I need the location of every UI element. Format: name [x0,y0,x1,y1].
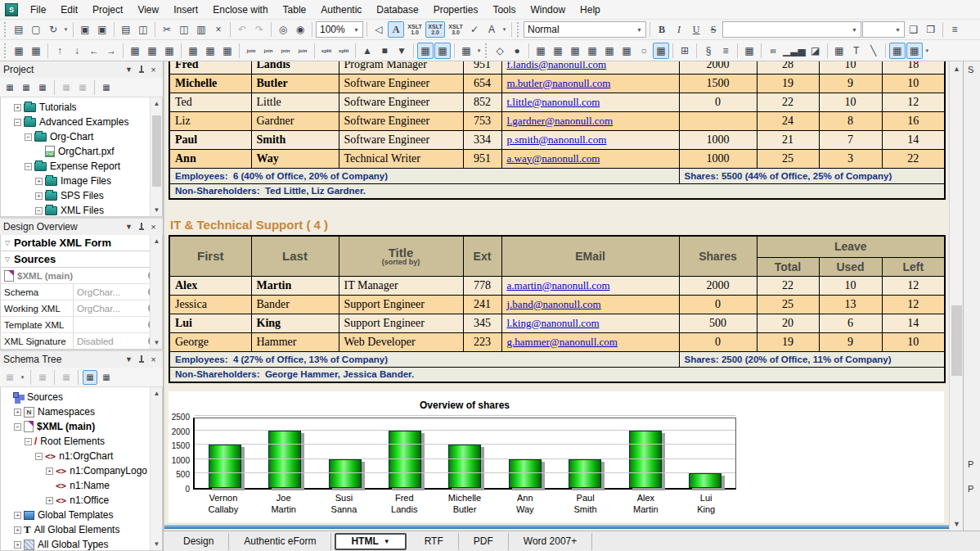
email-link[interactable]: l.king@nanonull.com [507,317,600,329]
align-left-icon[interactable]: ≡ [946,21,963,38]
add-element-chevron-icon[interactable]: ▾ [19,369,26,386]
markup-hide-icon[interactable]: ▦ [889,43,906,59]
collapse-icon[interactable]: − [14,119,21,126]
scroll-up-icon[interactable]: ▲ [151,97,163,110]
project-tree-item[interactable]: −Advanced Examples [3,115,162,129]
triangle-collapse-icon[interactable]: ▽ [1,255,14,263]
add-element-dropdown-icon[interactable]: ▦ [2,370,17,385]
menu-item-insert[interactable]: Insert [166,1,205,19]
schema-tree-item[interactable]: +<>n1:Office [3,493,162,508]
table-toolbar-chevron-icon[interactable]: ▾ [475,43,483,59]
view-tab-rtf[interactable]: RTF [410,533,459,550]
close-icon[interactable]: × [147,354,160,365]
toolbar-grip[interactable] [4,43,8,58]
toolbar-grip[interactable] [517,22,521,37]
schema-tree-item[interactable]: <>n1:Name [3,478,162,493]
insert-row-below-icon[interactable]: ↓ [69,43,85,59]
merge-cells-icon[interactable]: ▦ [219,43,236,59]
close-icon[interactable]: × [147,221,160,233]
barcode-icon[interactable]: |||| [765,43,781,59]
table-properties-icon[interactable]: ▦ [28,43,44,59]
paragraph-symbol-icon[interactable]: § [700,43,717,59]
collapse-icon[interactable]: − [25,438,32,445]
bullet-list-icon[interactable]: ≡ [717,43,734,59]
zoom-combobox[interactable]: 100%▼ [316,21,363,38]
scroll-down-icon[interactable]: ▼ [151,336,163,349]
paragraph-style-combobox[interactable]: Normal▼ [524,21,646,38]
section-header-portable-xml-form[interactable]: ▽Portable XML Form [1,235,162,251]
section-header-sources[interactable]: ▽Sources [1,251,162,268]
user-db-icon[interactable]: ● [509,43,525,59]
split-horizontal-icon[interactable]: split [318,43,335,59]
print-preview-icon[interactable]: ◫ [135,21,151,38]
schema-tree-scrollbar[interactable]: ▲ ▼ [150,387,162,550]
find-next-icon[interactable]: ◉ [292,21,308,38]
toolbar-grip[interactable] [4,22,8,37]
xslt-3.0-button[interactable]: XSLT3.0 [446,21,465,38]
multiline-field-icon[interactable]: ▦ [584,43,600,59]
save-all-icon[interactable]: ▣ [94,21,110,38]
split-into-rows-icon[interactable]: ▦ [185,43,201,59]
schema-tree-item[interactable]: −<>n1:OrgChart [3,449,162,463]
new-design-chevron-icon[interactable]: ▾ [62,21,70,38]
scroll-down-icon[interactable]: ▼ [151,204,163,216]
send-backward-icon[interactable]: ❒ [923,21,939,38]
insert-chart-icon[interactable]: ▁▃▅ [782,43,807,59]
schema-tree-item[interactable]: Sources [3,390,162,404]
pin-icon[interactable] [135,221,147,233]
insert-table-icon[interactable]: ▦ [11,43,27,59]
authentic-view-icon[interactable]: A [388,21,404,38]
expand-icon[interactable]: + [14,541,21,549]
project-tree-item[interactable]: +SPS Files [3,188,162,203]
expand-icon[interactable]: + [14,526,21,534]
text-box-icon[interactable]: T [848,43,865,59]
menu-item-edit[interactable]: Edit [53,1,85,19]
schema-tree-item[interactable]: +<>n1:CompanyLogo [3,463,162,478]
print-icon[interactable]: ▤ [118,21,134,38]
highlight-chevron-icon[interactable]: ▾ [501,21,508,38]
align-cell-top-icon[interactable]: ▲ [359,43,375,59]
project-add-dropdown-icon[interactable]: ▦ [59,80,74,95]
email-link[interactable]: l.gardner@nanonull.com [507,115,614,127]
menu-item-window[interactable]: Window [523,1,573,19]
source-row[interactable]: Working XMLOrgChar...▼ [1,300,162,317]
underline-icon[interactable]: U [688,21,704,38]
project-tree-item[interactable]: PXFOrgChart.pxf [3,144,162,159]
scroll-up-icon[interactable]: ▲ [151,387,163,400]
schema-tree-item[interactable]: −$XML (main) [3,419,162,434]
join-above-icon[interactable]: join [277,43,294,59]
menu-item-view[interactable]: View [130,1,166,19]
view-tab-pdf[interactable]: PDF [459,533,509,550]
menu-item-tools[interactable]: Tools [485,1,523,19]
close-icon[interactable]: × [147,64,160,75]
align-cell-bottom-icon[interactable]: ▼ [393,43,410,59]
font-family-combobox[interactable]: ▼ [722,21,861,38]
email-link[interactable]: a.way@nanonull.com [507,152,600,165]
scroll-thumb[interactable] [951,305,962,376]
menu-item-properties[interactable]: Properties [426,1,486,19]
schema-tree-item[interactable]: +NNamespaces [3,404,162,419]
project-tree-item[interactable]: −Org-Chart [3,129,162,144]
project-tree-item[interactable]: +Image Files [3,174,162,188]
menu-item-project[interactable]: Project [85,1,130,19]
source-row[interactable]: $XML (main)▼ [1,268,162,284]
expand-icon[interactable]: + [35,192,43,200]
list-box-icon[interactable]: ▦ [653,43,669,59]
schema-tree-item[interactable]: +All Global Types [3,537,162,551]
expand-icon[interactable]: + [14,409,21,416]
view-tab-design[interactable]: Design [169,533,229,550]
triangle-collapse-icon[interactable]: ▽ [1,239,14,246]
expand-icon[interactable]: + [46,497,53,504]
menu-item-database[interactable]: Database [369,1,425,19]
calculator-icon[interactable]: ⊞ [677,43,693,59]
open-file-icon[interactable]: ▢ [28,21,44,38]
xslt-1.0-button[interactable]: XSLT1.0 [405,21,425,38]
chevron-down-icon[interactable]: ▼ [123,64,135,75]
scroll-down-icon[interactable]: ▼ [151,538,163,550]
source-row[interactable]: Template XML▼ [1,317,162,333]
bring-forward-icon[interactable]: ❑ [906,21,922,38]
undo-icon[interactable]: ↶ [234,21,250,38]
email-link[interactable]: j.band@nanonull.com [507,298,601,310]
view-tab-html[interactable]: HTML▼ [335,533,406,550]
menu-item-authentic[interactable]: Authentic [313,1,369,19]
